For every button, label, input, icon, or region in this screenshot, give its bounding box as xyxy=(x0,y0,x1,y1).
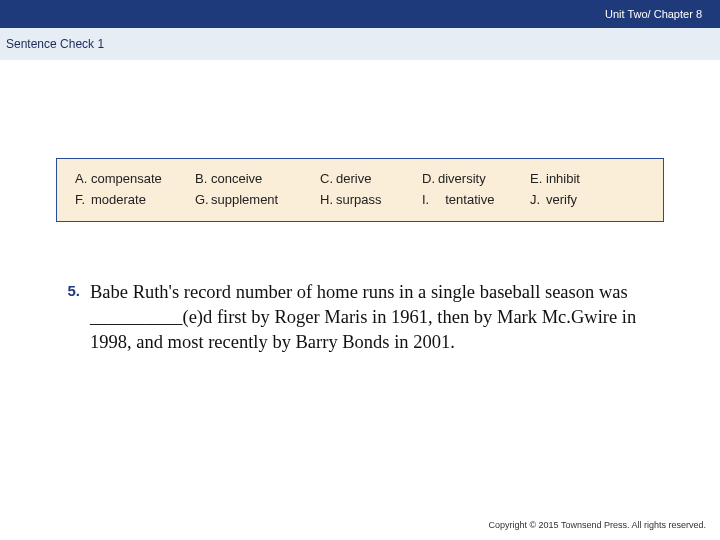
option-word: supplement xyxy=(211,192,278,207)
copyright-footer: Copyright © 2015 Townsend Press. All rig… xyxy=(488,520,706,530)
word-option-d: D.diversity xyxy=(422,171,530,186)
breadcrumb: Unit Two/ Chapter 8 xyxy=(605,8,702,20)
option-word: conceive xyxy=(211,171,262,186)
option-word: derive xyxy=(336,171,371,186)
question-number: 5. xyxy=(56,280,90,355)
word-bank: A.compensate B.conceive C.derive D.diver… xyxy=(56,158,664,222)
word-option-a: A.compensate xyxy=(75,171,195,186)
word-option-i: I. tentative xyxy=(422,192,530,207)
question: 5. Babe Ruth's record number of home run… xyxy=(56,280,664,355)
option-letter: D. xyxy=(422,171,438,186)
option-letter: A. xyxy=(75,171,91,186)
word-option-b: B.conceive xyxy=(195,171,320,186)
header-bar: Unit Two/ Chapter 8 xyxy=(0,0,720,28)
word-option-c: C.derive xyxy=(320,171,422,186)
option-letter: H. xyxy=(320,192,336,207)
option-word: verify xyxy=(546,192,577,207)
option-letter: G. xyxy=(195,192,211,207)
option-letter: F. xyxy=(75,192,91,207)
option-word: moderate xyxy=(91,192,146,207)
word-option-h: H.surpass xyxy=(320,192,422,207)
option-letter: J. xyxy=(530,192,546,207)
word-option-f: F.moderate xyxy=(75,192,195,207)
word-option-g: G.supplement xyxy=(195,192,320,207)
option-letter: I. xyxy=(422,192,438,207)
option-letter: E. xyxy=(530,171,546,186)
option-letter: B. xyxy=(195,171,211,186)
option-word: surpass xyxy=(336,192,382,207)
question-text: Babe Ruth's record number of home runs i… xyxy=(90,280,664,355)
section-title: Sentence Check 1 xyxy=(6,37,104,51)
option-word: tentative xyxy=(445,192,494,207)
option-word: inhibit xyxy=(546,171,580,186)
option-word: diversity xyxy=(438,171,486,186)
option-letter: C. xyxy=(320,171,336,186)
subheader-bar: Sentence Check 1 xyxy=(0,28,720,60)
option-word: compensate xyxy=(91,171,162,186)
word-option-j: J.verify xyxy=(530,192,615,207)
word-bank-grid: A.compensate B.conceive C.derive D.diver… xyxy=(75,171,645,207)
word-option-e: E.inhibit xyxy=(530,171,615,186)
